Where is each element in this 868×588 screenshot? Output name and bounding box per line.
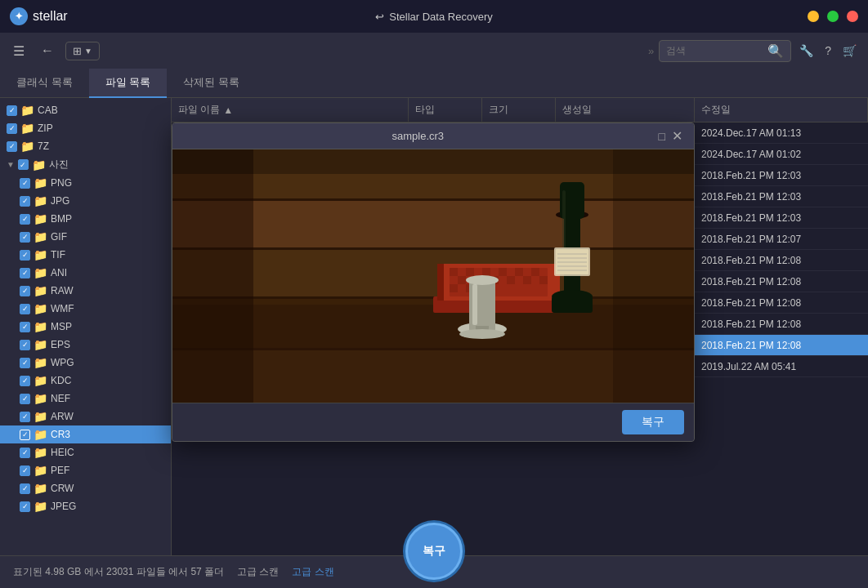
sidebar-item-kdc[interactable]: ✓ 📁 KDC [0, 372, 171, 390]
search-area: » 🔍 🔧 ? 🛒 [648, 40, 860, 62]
checkbox-cab[interactable]: ✓ [7, 105, 17, 116]
sidebar-item-png[interactable]: ✓ 📁 PNG [0, 174, 171, 192]
window-title: ↩ Stellar Data Recovery [375, 11, 492, 23]
sidebar-item-zip[interactable]: ✓ 📁 ZIP [0, 119, 171, 137]
checkbox-ani[interactable]: ✓ [20, 268, 30, 278]
sidebar-item-photos[interactable]: ▼ ✓ 📁 사진 [0, 155, 171, 174]
minimize-button[interactable] [808, 11, 819, 22]
preview-footer: 복구 [172, 403, 694, 441]
checkbox-photos[interactable]: ✓ [18, 159, 29, 170]
col-header-size[interactable]: 크기 [482, 98, 556, 122]
back-button[interactable]: ← [36, 40, 59, 61]
sidebar-item-msp[interactable]: ✓ 📁 MSP [0, 318, 171, 336]
checkbox-wmf[interactable]: ✓ [20, 304, 30, 314]
tab-file[interactable]: 파일 목록 [89, 69, 168, 98]
checkbox-tif[interactable]: ✓ [20, 250, 30, 261]
sidebar-item-nef[interactable]: ✓ 📁 NEF [0, 390, 171, 408]
sidebar-item-gif[interactable]: ✓ 📁 GIF [0, 228, 171, 246]
col-header-created[interactable]: 생성일 [556, 98, 695, 122]
checkbox-heic[interactable]: ✓ [20, 448, 30, 458]
folder-icon-ani: 📁 [34, 266, 47, 279]
preview-recover-button[interactable]: 복구 [622, 410, 684, 434]
grid-icon: ⊞ [73, 45, 82, 57]
col-header-type[interactable]: 타입 [409, 98, 482, 122]
svg-rect-22 [507, 276, 515, 284]
sidebar-item-crw[interactable]: ✓ 📁 CRW [0, 479, 171, 497]
checkbox-kdc[interactable]: ✓ [20, 376, 30, 386]
folder-icon-pef: 📁 [34, 464, 47, 477]
svg-rect-52 [172, 149, 694, 174]
col-header-modified[interactable]: 수정일 [695, 98, 868, 122]
sidebar-item-cr3[interactable]: ✓ 📁 CR3 [0, 425, 171, 443]
arrow-photos: ▼ [7, 160, 15, 169]
checkbox-wpg[interactable]: ✓ [20, 358, 30, 368]
sidebar-item-jpg[interactable]: ✓ 📁 JPG [0, 192, 171, 210]
label-7z: 7Z [38, 140, 49, 152]
close-button[interactable] [847, 11, 858, 22]
folder-icon-cr3: 📁 [34, 428, 47, 441]
checkbox-cr3[interactable]: ✓ [20, 430, 30, 440]
sidebar: ✓ 📁 CAB ✓ 📁 ZIP ✓ 📁 7Z ▼ ✓ 📁 사진 ✓ 📁 PNG [0, 98, 172, 555]
tabbar: 클래식 목록 파일 목록 삭제된 목록 [0, 69, 868, 98]
svg-rect-27 [450, 284, 458, 292]
maximize-button[interactable] [827, 11, 839, 22]
checkbox-zip[interactable]: ✓ [7, 123, 17, 134]
checkbox-bmp[interactable]: ✓ [20, 214, 30, 225]
search-icon: 🔍 [767, 43, 784, 59]
checkbox-eps[interactable]: ✓ [20, 340, 30, 350]
label-zip: ZIP [38, 122, 53, 134]
folder-icon-zip: 📁 [20, 122, 34, 135]
grid-view-button[interactable]: ⊞ ▼ [65, 42, 100, 60]
checkbox-png[interactable]: ✓ [20, 178, 30, 189]
status-text: 표기된 4.98 GB 에서 23031 파일들 에서 57 폴더 [13, 565, 224, 579]
checkbox-arw[interactable]: ✓ [20, 412, 30, 422]
folder-icon-tif: 📁 [34, 248, 47, 261]
sidebar-item-tif[interactable]: ✓ 📁 TIF [0, 246, 171, 264]
sidebar-item-7z[interactable]: ✓ 📁 7Z [0, 137, 171, 155]
advscan-link[interactable]: 고급 스캔 [292, 565, 333, 579]
sort-icon: ▲ [223, 105, 233, 116]
sidebar-item-bmp[interactable]: ✓ 📁 BMP [0, 210, 171, 228]
folder-icon-crw: 📁 [34, 482, 47, 495]
checkbox-msp[interactable]: ✓ [20, 322, 30, 332]
window-controls [808, 11, 858, 22]
sidebar-item-ani[interactable]: ✓ 📁 ANI [0, 264, 171, 282]
recover-button[interactable]: 복구 [405, 523, 463, 580]
checkbox-7z[interactable]: ✓ [7, 141, 17, 152]
svg-point-48 [459, 329, 505, 339]
tab-classic[interactable]: 클래식 목록 [0, 69, 89, 98]
settings-button[interactable]: 🔧 [796, 41, 817, 60]
sidebar-item-jpeg[interactable]: ✓ 📁 JPEG [0, 497, 171, 515]
checkbox-nef[interactable]: ✓ [20, 394, 30, 404]
checkbox-pef[interactable]: ✓ [20, 466, 30, 476]
search-input[interactable] [666, 45, 764, 56]
sidebar-item-raw[interactable]: ✓ 📁 RAW [0, 282, 171, 300]
svg-rect-23 [515, 268, 523, 276]
label-heic: HEIC [51, 447, 74, 458]
checkbox-jpeg[interactable]: ✓ [20, 501, 30, 512]
col-header-name[interactable]: 파일 이름 ▲ [172, 98, 409, 122]
preview-close-button[interactable]: ✕ [669, 128, 686, 144]
tab-deleted[interactable]: 삭제된 목록 [167, 69, 256, 98]
folder-icon-png: 📁 [34, 176, 47, 189]
sidebar-item-arw[interactable]: ✓ 📁 ARW [0, 408, 171, 425]
search-box: 🔍 [659, 40, 791, 62]
label-arw: ARW [51, 411, 74, 422]
sidebar-item-pef[interactable]: ✓ 📁 PEF [0, 461, 171, 479]
sidebar-item-heic[interactable]: ✓ 📁 HEIC [0, 443, 171, 461]
menu-button[interactable]: ☰ [8, 40, 29, 62]
checkbox-jpg[interactable]: ✓ [20, 196, 30, 207]
sidebar-item-wmf[interactable]: ✓ 📁 WMF [0, 300, 171, 318]
help-button[interactable]: ? [821, 41, 834, 60]
checkbox-raw[interactable]: ✓ [20, 286, 30, 296]
sidebar-item-wpg[interactable]: ✓ 📁 WPG [0, 354, 171, 372]
svg-rect-19 [482, 268, 490, 276]
sidebar-item-cab[interactable]: ✓ 📁 CAB [0, 101, 171, 119]
sidebar-item-eps[interactable]: ✓ 📁 EPS [0, 336, 171, 354]
preview-restore-button[interactable]: □ [655, 130, 669, 143]
checkbox-gif[interactable]: ✓ [20, 232, 30, 243]
preview-titlebar: sample.cr3 □ ✕ [172, 123, 694, 149]
cart-button[interactable]: 🛒 [839, 41, 860, 60]
checkbox-crw[interactable]: ✓ [20, 483, 30, 494]
folder-icon-nef: 📁 [34, 392, 47, 405]
